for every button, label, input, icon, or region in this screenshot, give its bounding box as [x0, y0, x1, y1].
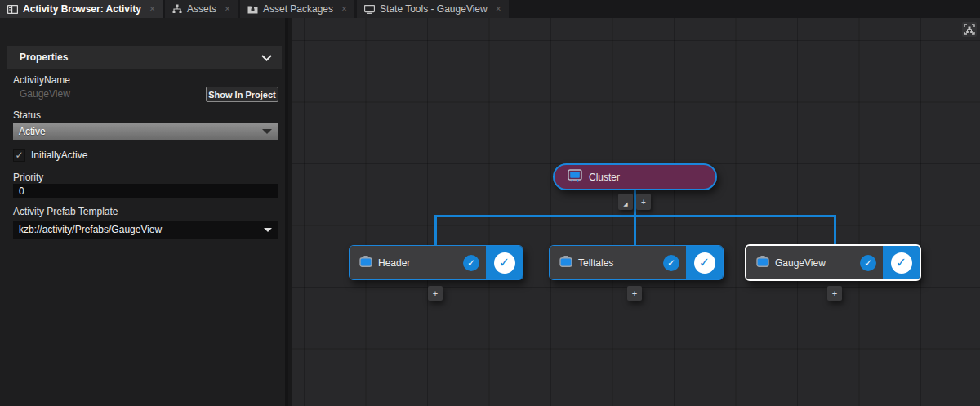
add-child-button[interactable]: +: [827, 286, 842, 301]
status-label: Status: [13, 109, 41, 121]
plus-icon: +: [632, 288, 637, 298]
activity-browser-icon: [7, 5, 18, 14]
tab-state-tools[interactable]: State Tools - GaugeView ×: [357, 0, 509, 18]
close-icon[interactable]: ×: [341, 3, 347, 15]
initially-active-checkbox[interactable]: ✓: [13, 149, 25, 162]
node-header[interactable]: Header ✓ ✓: [349, 245, 523, 280]
close-icon[interactable]: ×: [149, 3, 155, 15]
add-child-button[interactable]: +: [428, 286, 443, 301]
priority-value: 0: [19, 185, 24, 197]
node-status-strip[interactable]: ✓: [486, 246, 523, 279]
assets-tree-icon: [172, 4, 182, 14]
connector-drop-telltales: [634, 215, 636, 246]
tab-assets[interactable]: Assets ×: [165, 0, 238, 18]
activity-name-value: GaugeView: [20, 88, 70, 100]
fit-to-view-button[interactable]: [962, 22, 977, 37]
dropdown-arrow-icon: [262, 129, 272, 134]
display-icon: [568, 169, 582, 185]
prefab-template-label: Activity Prefab Template: [13, 206, 118, 217]
prefab-template-value: kzb://activity/Prefabs/GaugeView: [19, 224, 162, 235]
plus-icon: +: [433, 288, 438, 298]
enabled-check-icon: ✓: [891, 252, 912, 274]
properties-title: Properties: [20, 51, 68, 63]
check-icon: ✓: [15, 149, 23, 161]
close-icon[interactable]: ×: [225, 3, 230, 15]
dropdown-arrow-icon: [264, 228, 272, 232]
plus-icon: +: [832, 288, 837, 298]
properties-panel: Properties ActivityName GaugeView Show I…: [0, 18, 288, 406]
tab-label: State Tools - GaugeView: [380, 3, 488, 15]
viewport-icon: [756, 256, 769, 270]
add-child-button[interactable]: +: [627, 286, 642, 301]
node-label: Cluster: [589, 172, 620, 183]
node-body: GaugeView ✓: [746, 246, 883, 279]
fit-to-view-icon: [964, 24, 975, 35]
initially-active-label: InitiallyActive: [31, 149, 87, 161]
show-in-project-button[interactable]: Show In Project: [206, 87, 278, 102]
node-body: Header ✓: [350, 246, 486, 279]
node-label: Header: [378, 257, 457, 269]
viewport-icon: [559, 256, 572, 270]
tab-label: Assets: [187, 3, 216, 15]
viewport-icon: [359, 256, 372, 270]
connector-drop-header: [434, 215, 437, 246]
node-status-strip[interactable]: ✓: [883, 246, 920, 279]
plus-icon: +: [641, 198, 646, 207]
collapse-children-button[interactable]: ◢: [618, 194, 633, 210]
tab-label: Activity Browser: Activity: [23, 3, 141, 15]
tab-label: Asset Packages: [263, 3, 333, 15]
priority-input[interactable]: 0: [13, 184, 278, 198]
priority-label: Priority: [13, 172, 43, 183]
state-tools-monitor-icon: [364, 5, 375, 14]
asset-packages-folder-icon: [247, 5, 258, 14]
active-check-icon[interactable]: ✓: [663, 255, 679, 271]
active-check-icon[interactable]: ✓: [463, 255, 479, 271]
enabled-check-icon: ✓: [694, 252, 715, 274]
prefab-template-dropdown[interactable]: kzb://activity/Prefabs/GaugeView: [13, 221, 278, 239]
tab-bar: Activity Browser: Activity × Assets × As…: [0, 0, 980, 18]
activity-graph-canvas[interactable]: Cluster ◢ + Header ✓ ✓ Telltales ✓ ✓: [292, 18, 980, 406]
tab-asset-packages[interactable]: Asset Packages ×: [240, 0, 354, 18]
node-telltales[interactable]: Telltales ✓ ✓: [549, 245, 724, 280]
enabled-check-icon: ✓: [494, 252, 515, 274]
properties-header[interactable]: Properties: [7, 46, 282, 69]
node-label: GaugeView: [775, 257, 854, 269]
active-check-icon[interactable]: ✓: [860, 255, 876, 271]
node-label: Telltales: [578, 257, 657, 269]
add-child-button[interactable]: +: [636, 194, 651, 210]
collapse-icon: ◢: [623, 201, 627, 207]
chevron-down-icon: [261, 50, 272, 65]
node-gaugeview[interactable]: GaugeView ✓ ✓: [745, 244, 921, 281]
close-icon[interactable]: ×: [496, 3, 501, 15]
node-cluster[interactable]: Cluster: [553, 163, 717, 190]
status-value: Active: [19, 126, 46, 137]
node-body: Telltales ✓: [550, 246, 686, 279]
node-status-strip[interactable]: ✓: [686, 246, 723, 279]
activity-name-label: ActivityName: [13, 74, 70, 86]
tab-activity-browser[interactable]: Activity Browser: Activity ×: [0, 0, 163, 18]
status-dropdown[interactable]: Active: [13, 123, 278, 140]
connector-drop-gaugeview: [834, 215, 836, 246]
